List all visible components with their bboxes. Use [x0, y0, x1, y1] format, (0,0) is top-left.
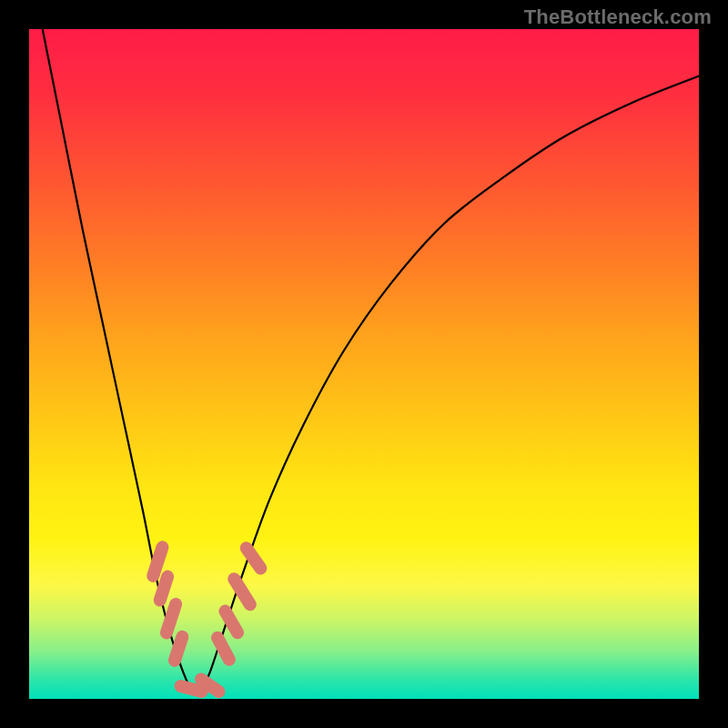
chart-container: TheBottleneck.com	[0, 0, 728, 728]
watermark-text: TheBottleneck.com	[524, 5, 712, 29]
curve-svg	[29, 29, 699, 699]
bottleneck-curve	[43, 29, 699, 694]
marker-group	[145, 540, 269, 701]
plot-area	[29, 29, 699, 699]
curve-group	[43, 29, 699, 694]
